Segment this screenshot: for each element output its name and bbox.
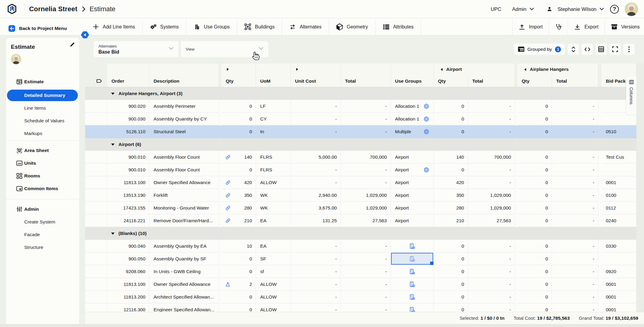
cell-unit_cost[interactable]: - [291, 176, 341, 189]
grid-scroll-gutter[interactable] [636, 64, 644, 312]
cell-order[interactable]: 5126.110 [107, 125, 149, 138]
link-icon[interactable] [226, 193, 230, 197]
cell-hangers_qty[interactable]: 0 [517, 125, 552, 138]
cell-airport_qty[interactable]: 0 [434, 253, 468, 265]
cell-bid_package[interactable]: Test Cus [602, 151, 636, 164]
sidebar-item-rooms[interactable]: Rooms [6, 170, 79, 182]
collapse-left-icon[interactable] [440, 68, 443, 71]
cell-airport_qty[interactable]: 140 [434, 151, 468, 164]
cell-hangers_total[interactable]: - [552, 291, 598, 303]
toolbar-attributes-button[interactable]: Attributes [375, 18, 421, 35]
cell-bid_package[interactable]: 0100 [602, 189, 636, 202]
cell-hangers_total[interactable]: - [552, 164, 598, 176]
cell-order[interactable]: 900.010 [107, 151, 149, 164]
table-row-11813.100[interactable]: 11813.100Owner Specified Allowance2ALLOW… [85, 278, 636, 291]
cell-bid_package[interactable] [602, 253, 636, 265]
sidebar-item-schedule-of-values[interactable]: Schedule of Values [6, 114, 79, 127]
cell-total[interactable]: 1,029,000 [341, 202, 391, 214]
toolbar-buildings-button[interactable]: Buildings [237, 18, 282, 35]
edit-pencil-icon[interactable] [70, 42, 75, 48]
table-row-9208.060[interactable]: 9208.060In Units - GWB Ceiling0sf--0-0-0… [85, 265, 636, 278]
cell-airport_total[interactable]: - [468, 164, 515, 176]
cell-uom[interactable]: ALLOW [256, 291, 291, 303]
cell-hangers_qty[interactable]: 0 [517, 151, 552, 164]
cell-airport_qty[interactable]: 210 [434, 214, 468, 227]
cell-qty[interactable]: 280 [221, 202, 256, 214]
cell-uom[interactable]: WK [256, 202, 291, 214]
cell-description[interactable]: Architect Specified Allowan... [149, 291, 219, 303]
table-row-900.010[interactable]: 900.010Assembly Floor Count0FLRS--Airpor… [85, 164, 636, 176]
cell-airport_total[interactable]: - [468, 113, 515, 125]
cell-qty[interactable]: 0 [221, 113, 256, 125]
cell-airport_total[interactable]: - [468, 265, 515, 278]
table-row-24116.221[interactable]: 24116.221Remove Door/Frame/Hard...210EA1… [85, 214, 636, 227]
cell-uom[interactable]: ALLOW [256, 303, 291, 312]
cell-description[interactable]: Owner Specified Allowance [149, 176, 219, 189]
cell-qty[interactable]: 0 [221, 303, 256, 312]
cell-hangers_qty[interactable]: 0 [517, 265, 552, 278]
cell-unit_cost[interactable]: - [291, 125, 341, 138]
collapse-left-icon[interactable] [524, 68, 526, 71]
cell-hangers_total[interactable]: - [552, 265, 598, 278]
cell-use_group[interactable] [391, 278, 434, 291]
cell-qty[interactable]: 0 [221, 100, 256, 113]
cell-hangers_qty[interactable]: 0 [517, 164, 552, 176]
row-flag-cell[interactable] [85, 125, 107, 138]
cell-description[interactable]: In Units - GWB Ceiling [149, 265, 219, 278]
cell-uom[interactable]: tn [256, 125, 291, 138]
table-row-900.050[interactable]: 900.050Assembly Quantity by SF0SF--0-0- [85, 253, 636, 265]
cell-bid_package[interactable]: 0001 [602, 291, 636, 303]
cell-hangers_qty[interactable]: 0 [517, 100, 552, 113]
cell-hangers_total[interactable]: - [552, 253, 598, 265]
cell-airport_total[interactable]: - [468, 278, 515, 291]
sidebar-avatar[interactable] [11, 54, 21, 64]
cell-description[interactable]: Assembly Perimeter [149, 100, 219, 113]
cell-qty[interactable]: 0 [221, 291, 256, 303]
cell-use_group[interactable]: Airport [391, 164, 434, 176]
row-flag-cell[interactable] [85, 100, 107, 113]
view-select[interactable]: View [181, 41, 268, 57]
cell-airport_total[interactable]: - [468, 100, 515, 113]
allocation-target-icon[interactable] [424, 129, 429, 134]
cell-airport_qty[interactable]: 0 [434, 303, 468, 312]
table-row-900.010[interactable]: 900.010Assembly Floor Count140FLRS5,000.… [85, 151, 636, 164]
cell-use_group[interactable] [391, 240, 434, 253]
cell-hangers_total[interactable]: - [552, 151, 598, 164]
cell-use_group[interactable]: Airport [391, 202, 434, 214]
table-row-900.030[interactable]: 900.030Assembly Quantity by CY0CY--Alloc… [85, 113, 636, 125]
table-row-900.040[interactable]: 900.040Assembly Quantity by EA10EA--0-0-… [85, 240, 636, 253]
cell-airport_total[interactable]: - [468, 253, 515, 265]
admin-menu[interactable]: Admin [512, 6, 534, 12]
cell-use_group[interactable]: Airport [391, 151, 434, 164]
cell-hangers_total[interactable]: - [552, 100, 598, 113]
cell-bid_package[interactable]: 0510 [602, 125, 636, 138]
cell-qty[interactable]: 0 [221, 164, 256, 176]
fullscreen-button[interactable] [609, 44, 621, 55]
breadcrumb-project[interactable]: Cornelia Street [29, 5, 78, 13]
cell-airport_qty[interactable]: 0 [434, 113, 468, 125]
cell-hangers_qty[interactable]: 0 [517, 214, 552, 227]
row-flag-cell[interactable] [85, 202, 107, 214]
cell-uom[interactable]: FLRS [256, 164, 291, 176]
table-row-11813.200[interactable]: 11813.200Architect Specified Allowan...0… [85, 291, 636, 303]
cell-airport_total[interactable]: 1,029,000 [468, 189, 515, 202]
cell-airport_total[interactable]: 700,000 [468, 151, 515, 164]
cell-total[interactable]: - [341, 176, 391, 189]
cell-hangers_total[interactable]: - [552, 278, 598, 291]
cell-total[interactable]: - [341, 113, 391, 125]
cell-order[interactable]: 9208.060 [107, 265, 149, 278]
cell-unit_cost[interactable]: - [291, 113, 341, 125]
cell-airport_qty[interactable]: 0 [434, 164, 468, 176]
column-header-use_group[interactable]: Use Groups [391, 75, 434, 87]
toolbar-alternates-button[interactable]: Alternates [282, 18, 329, 35]
cell-use_group[interactable] [391, 291, 434, 303]
cell-use_group[interactable] [391, 303, 434, 312]
cell-total[interactable]: 700,000 [341, 151, 391, 164]
cell-order[interactable]: 11813.200 [107, 291, 149, 303]
sidebar-item-structure[interactable]: Structure [6, 241, 79, 254]
cell-airport_qty[interactable]: 0 [434, 278, 468, 291]
link-icon[interactable] [226, 155, 230, 159]
cell-unit_cost[interactable]: - [291, 291, 341, 303]
cell-hangers_total[interactable]: - [552, 240, 598, 253]
cell-hangers_qty[interactable]: 0 [517, 113, 552, 125]
